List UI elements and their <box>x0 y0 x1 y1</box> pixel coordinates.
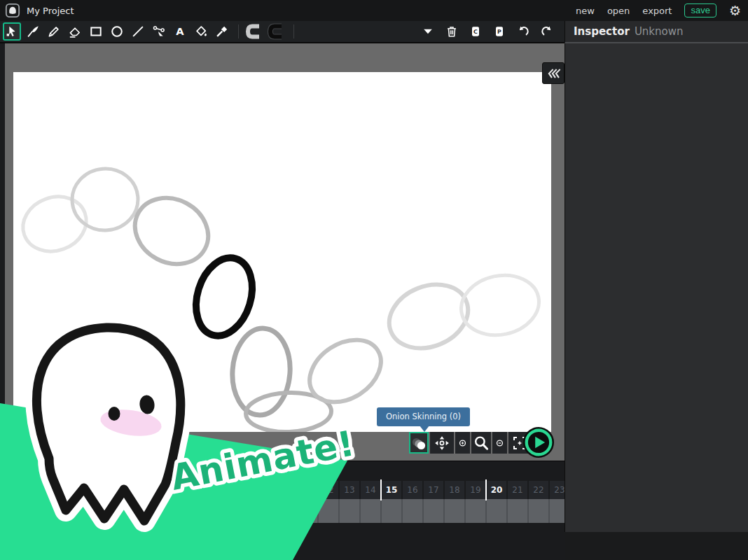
zoom-out-button[interactable] <box>492 432 507 454</box>
line-tool[interactable] <box>129 22 147 41</box>
collapse-panel-button[interactable] <box>542 62 565 84</box>
inspector-selection: Unknown <box>635 25 684 38</box>
toolbar-divider <box>238 24 239 38</box>
toolbar-divider <box>293 24 294 38</box>
trash-icon <box>445 24 459 38</box>
svg-text:C: C <box>473 29 478 35</box>
frame-18[interactable]: 18 <box>445 481 464 499</box>
frame-11[interactable]: 11 <box>298 481 317 499</box>
track-cell-13[interactable] <box>340 499 361 523</box>
frame-number-row: 11121314151617181920212223 <box>298 481 565 499</box>
track-cell-20[interactable] <box>487 499 508 523</box>
frame-17[interactable]: 17 <box>424 481 443 499</box>
timeline: 11121314151617181920212223 <box>0 461 565 560</box>
track-cell-17[interactable] <box>424 499 445 523</box>
rectangle-tool[interactable] <box>87 22 105 41</box>
text-tool[interactable]: A <box>171 22 189 41</box>
drawing-canvas[interactable] <box>13 72 551 432</box>
undo-button[interactable] <box>515 24 531 39</box>
menu-export[interactable]: export <box>642 6 672 16</box>
canvas-workspace <box>0 43 565 461</box>
zoom-in-button[interactable] <box>455 432 470 454</box>
select-icon <box>4 24 20 39</box>
frame-track-row <box>298 499 565 523</box>
frame-22[interactable]: 22 <box>529 481 548 499</box>
line-icon <box>130 24 146 39</box>
track-cell-15[interactable] <box>382 499 403 523</box>
onion-skinning-button[interactable] <box>409 432 429 454</box>
topbar-menu: new open export save ⚙ <box>576 4 748 18</box>
fill-icon <box>193 24 209 39</box>
color-c-shape <box>266 23 286 40</box>
rectangle-icon <box>88 24 104 39</box>
fill-tool[interactable] <box>192 22 210 41</box>
pan-view-button[interactable] <box>430 432 454 454</box>
app-logo-icon <box>5 3 20 18</box>
ellipse-icon <box>109 24 125 39</box>
track-cell-12[interactable] <box>319 499 340 523</box>
redo-icon <box>540 24 554 38</box>
track-cell-18[interactable] <box>445 499 466 523</box>
frame-15[interactable]: 15 <box>382 481 401 499</box>
fill-color-swatch[interactable] <box>265 22 286 41</box>
track-cell-14[interactable] <box>361 499 382 523</box>
copy-button[interactable]: C <box>468 24 483 39</box>
save-button[interactable]: save <box>684 4 716 18</box>
track-cell-21[interactable] <box>508 499 529 523</box>
frame-19[interactable]: 19 <box>466 481 485 499</box>
track-cell-11[interactable] <box>298 499 319 523</box>
brush-tool[interactable] <box>24 22 42 41</box>
menu-new[interactable]: new <box>576 6 595 16</box>
frame-20[interactable]: 20 <box>487 481 506 499</box>
onion-skin-ellipse-3 <box>187 251 261 342</box>
svg-text:P: P <box>497 29 501 35</box>
eraser-tool[interactable] <box>66 22 84 41</box>
frame-13[interactable]: 13 <box>340 481 359 499</box>
color-swatches <box>243 22 286 41</box>
onion-skin-ellipse-1 <box>69 166 140 233</box>
ellipse-tool[interactable] <box>108 22 126 41</box>
play-button[interactable] <box>522 426 555 458</box>
frame-14[interactable]: 14 <box>361 481 380 499</box>
app-window: My Project new open export save ⚙ A C P … <box>0 0 748 560</box>
delete-button[interactable] <box>444 24 459 39</box>
redo-button[interactable] <box>539 24 555 39</box>
stroke-color-swatch[interactable] <box>243 22 264 41</box>
select-tool[interactable] <box>3 22 21 41</box>
brush-icon <box>25 24 41 39</box>
settings-gear-icon[interactable]: ⚙ <box>729 4 741 18</box>
track-cell-23[interactable] <box>550 499 565 523</box>
paste-icon: P <box>492 24 506 38</box>
inspector-header: Inspector Unknown <box>565 21 748 43</box>
drawing-toolbar: A C P <box>0 21 565 43</box>
zoom-out-icon <box>494 435 506 451</box>
inspector-panel <box>565 43 748 532</box>
zoom-button[interactable] <box>471 432 491 454</box>
frame-23[interactable]: 23 <box>550 481 565 499</box>
eyedropper-tool[interactable] <box>213 22 231 41</box>
zoom-in-icon <box>457 435 469 451</box>
track-cell-22[interactable] <box>529 499 550 523</box>
pencil-tool[interactable] <box>45 22 63 41</box>
inspector-title: Inspector <box>574 25 630 38</box>
tooltip-pointer <box>420 426 429 432</box>
undo-icon <box>516 24 530 38</box>
track-cell-16[interactable] <box>403 499 424 523</box>
onion-skin-drawing <box>13 72 551 432</box>
frame-21[interactable]: 21 <box>508 481 527 499</box>
svg-text:A: A <box>176 25 184 37</box>
frame-12[interactable]: 12 <box>319 481 338 499</box>
title-bar: My Project new open export save ⚙ <box>0 0 748 21</box>
project-title: My Project <box>27 6 74 16</box>
menu-open[interactable]: open <box>607 6 630 16</box>
panel-bottom-strip <box>565 532 748 560</box>
chevrons-left-icon <box>545 65 562 82</box>
path-edit-tool[interactable] <box>150 22 168 41</box>
edit-actions: C P <box>420 24 565 39</box>
onion-skin-icon <box>410 435 427 451</box>
track-cell-19[interactable] <box>466 499 487 523</box>
paste-button[interactable]: P <box>492 24 507 39</box>
frame-16[interactable]: 16 <box>403 481 422 499</box>
more-options-button[interactable] <box>420 24 436 39</box>
magnifier-icon <box>473 435 490 451</box>
